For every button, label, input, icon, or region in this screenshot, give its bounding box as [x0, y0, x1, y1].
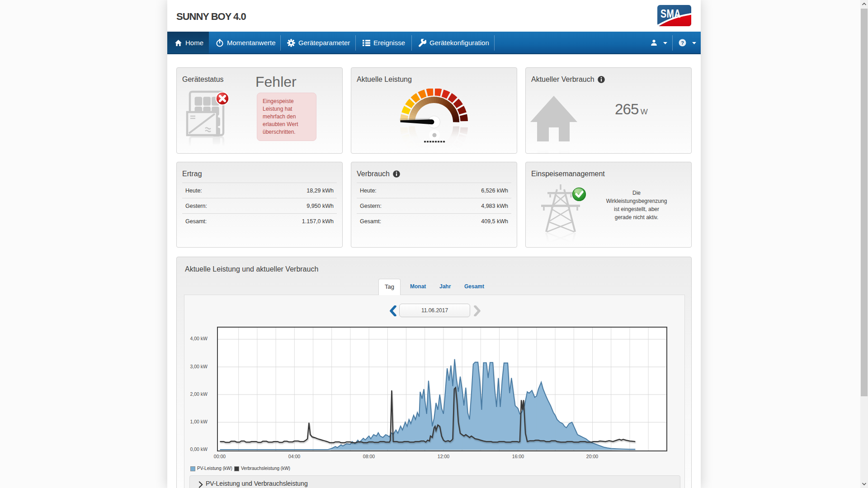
svg-text:SMA: SMA — [660, 7, 681, 20]
svg-text:?: ? — [681, 40, 684, 46]
